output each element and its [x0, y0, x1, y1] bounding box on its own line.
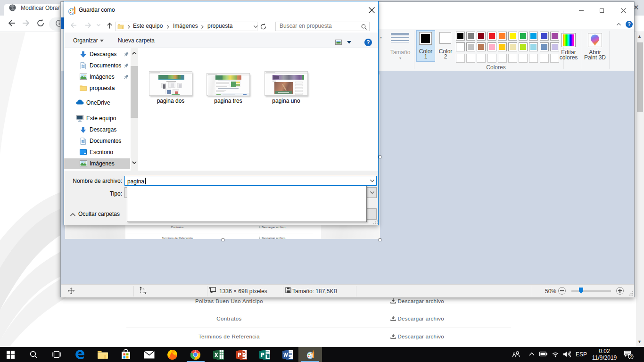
- svg-text:2: 2: [630, 354, 632, 359]
